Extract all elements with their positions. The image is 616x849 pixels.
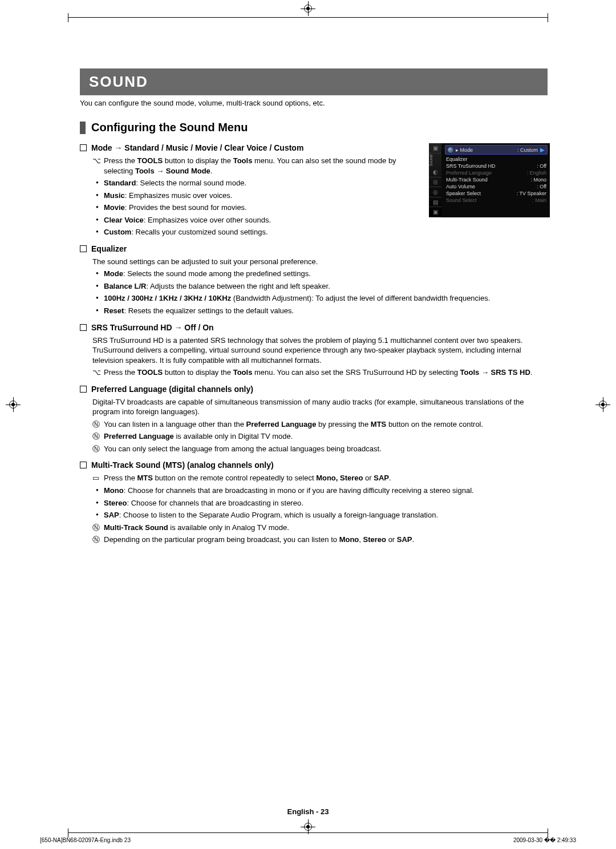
tools-note: ⌥ Press the TOOLS button to display the … (92, 367, 548, 378)
note-line: ⓃMulti-Track Sound is available only in … (92, 523, 548, 533)
checkbox-icon (80, 324, 87, 331)
section-content: ▣ Sound ◐ ◎ ◎ ▤ ▣ ▸ Mode: Custom▶Equaliz… (80, 143, 548, 545)
page-footer: English - 23 (0, 807, 616, 816)
osd-menu-row: Auto Volume: Off (445, 183, 548, 190)
note-icon: Ⓝ (92, 444, 104, 454)
section-bar-icon (80, 122, 86, 134)
equalizer-intro: The sound settings can be adjusted to su… (92, 257, 548, 267)
srs-paragraph: SRS TruSurround HD is a patented SRS tec… (92, 335, 548, 366)
note-text: Multi-Track Sound is available only in A… (104, 523, 548, 533)
subheading-equalizer: Equalizer (80, 244, 548, 253)
osd-menu-row: Multi-Track Sound: Mono (445, 176, 548, 183)
note-line: ⓃPreferred Language is available only in… (92, 431, 548, 442)
note-text: You can listen in a language other than … (104, 419, 548, 430)
note-text: You can only select the language from am… (104, 444, 548, 454)
list-item: Movie: Provides the best sound for movie… (104, 203, 423, 213)
print-metadata: [650-NA]BN68-02097A-Eng.indb 23 2009-03-… (40, 837, 576, 843)
subheading-text: Multi-Track Sound (MTS) (analog channels… (91, 460, 274, 470)
crop-mark-bottom (68, 832, 548, 833)
list-item: Standard: Selects the normal sound mode. (104, 178, 423, 188)
note-text: Preferred Language is available only in … (104, 431, 548, 442)
remote-icon: ▭ (92, 473, 104, 483)
osd-menu-row: Speaker Select: TV Speaker (445, 190, 548, 197)
note-text: Press the TOOLS button to display the To… (104, 367, 548, 378)
osd-menu-row: Equalizer (445, 156, 548, 163)
section-heading: Configuring the Sound Menu (80, 121, 548, 134)
list-item: Music: Emphasizes music over voices. (104, 191, 423, 201)
print-timestamp: 2009-03-30 �� 2:49:33 (513, 837, 576, 843)
subheading-text: SRS TruSurround HD → Off / On (91, 323, 214, 332)
note-line: ⓃYou can only select the language from a… (92, 444, 548, 454)
list-item: Mono: Choose for channels that are broad… (104, 486, 548, 496)
list-item: Balance L/R: Adjusts the balance between… (104, 281, 548, 292)
note-icon: Ⓝ (92, 523, 104, 533)
subheading-mts: Multi-Track Sound (MTS) (analog channels… (80, 460, 548, 470)
note-icon: Ⓝ (92, 431, 104, 442)
list-item: Stereo: Choose for channels that are bro… (104, 498, 548, 508)
note-icon: Ⓝ (92, 419, 104, 430)
chapter-banner: SOUND (80, 68, 548, 95)
osd-preview: ▣ Sound ◐ ◎ ◎ ▤ ▣ ▸ Mode: Custom▶Equaliz… (429, 143, 550, 217)
note-text: Press the TOOLS button to display the To… (104, 156, 412, 176)
registration-mark-bottom (303, 822, 313, 832)
list-item: Custom: Recalls your customized sound se… (104, 227, 423, 237)
osd-menu-list: ▸ Mode: Custom▶EqualizerSRS TruSurround … (441, 143, 550, 217)
osd-tab-icon: ▤ (429, 197, 441, 208)
osd-menu-row: ▸ Mode: Custom▶ (445, 145, 548, 155)
osd-tab-icon: ▣ (429, 143, 441, 153)
osd-tab-icon: ◐ (429, 167, 441, 177)
list-item: 100Hz / 300Hz / 1KHz / 3KHz / 10KHz (Ban… (104, 293, 548, 304)
subheading-preferred-language: Preferred Language (digital channels onl… (80, 385, 548, 394)
list-item: SAP: Choose to listen to the Separate Au… (104, 510, 548, 520)
osd-tab-icon: ◎ (429, 177, 441, 188)
section-title-text: Configuring the Sound Menu (91, 121, 248, 134)
preferred-language-para: Digital-TV broadcasts are capable of sim… (92, 397, 548, 417)
note-text: Depending on the particular program bein… (104, 535, 548, 545)
osd-side-label: Sound (429, 153, 441, 167)
subheading-text: Mode → Standard / Music / Movie / Clear … (91, 143, 303, 152)
note-line: ⓃYou can listen in a language other than… (92, 419, 548, 430)
equalizer-list: Mode: Selects the sound mode among the p… (104, 269, 548, 316)
osd-menu-row: Preferred Language: English (445, 169, 548, 176)
page-body: SOUND You can configure the sound mode, … (0, 0, 616, 849)
print-filename: [650-NA]BN68-02097A-Eng.indb 23 (40, 837, 131, 843)
tools-note: ⌥ Press the TOOLS button to display the … (92, 156, 412, 176)
osd-menu-row: SRS TruSurround HD: Off (445, 163, 548, 169)
chapter-intro: You can configure the sound mode, volume… (80, 99, 548, 107)
tools-icon: ⌥ (92, 367, 104, 378)
subheading-text: Equalizer (91, 244, 127, 253)
mode-options-list: Standard: Selects the normal sound mode.… (104, 178, 423, 237)
checkbox-icon (80, 144, 87, 151)
note-text: Press the MTS button on the remote contr… (104, 473, 548, 483)
note-icon: Ⓝ (92, 535, 104, 545)
remote-note: ▭Press the MTS button on the remote cont… (92, 473, 548, 483)
list-item: Mode: Selects the sound mode among the p… (104, 269, 548, 279)
osd-category-strip: ▣ Sound ◐ ◎ ◎ ▤ ▣ (429, 143, 441, 217)
mts-options-list: Mono: Choose for channels that are broad… (104, 486, 548, 520)
checkbox-icon (80, 462, 87, 468)
note-line: ⓃDepending on the particular program bei… (92, 535, 548, 545)
osd-menu-row: Sound Select: Main (445, 197, 548, 204)
osd-tab-icon: ▣ (429, 207, 441, 217)
checkbox-icon (80, 386, 87, 393)
subheading-text: Preferred Language (digital channels onl… (91, 385, 253, 394)
osd-tab-icon: ◎ (429, 187, 441, 197)
subheading-srs: SRS TruSurround HD → Off / On (80, 323, 548, 332)
list-item: Clear Voice: Emphasizes voice over other… (104, 215, 423, 225)
tools-icon: ⌥ (92, 156, 104, 176)
list-item: Reset: Resets the equalizer settings to … (104, 306, 548, 316)
checkbox-icon (80, 245, 87, 252)
